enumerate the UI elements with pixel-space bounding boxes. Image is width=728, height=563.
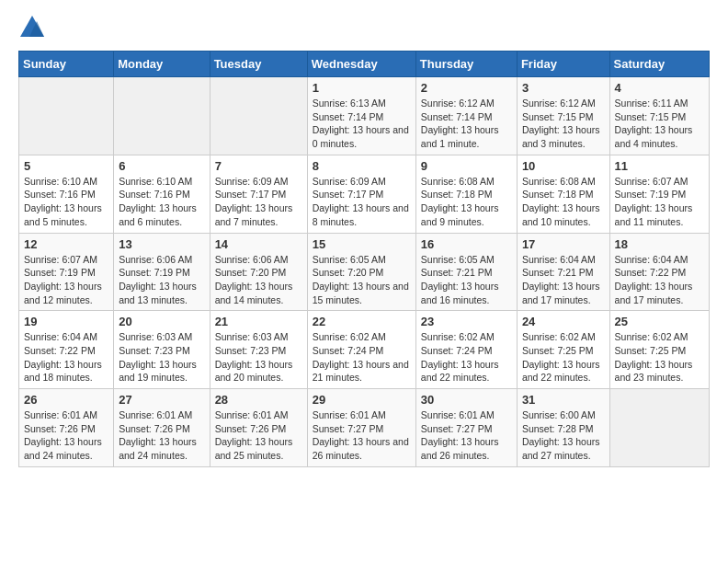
day-number: 16 bbox=[421, 237, 512, 251]
calendar-cell: 19Sunrise: 6:04 AMSunset: 7:22 PMDayligh… bbox=[19, 311, 114, 389]
day-number: 27 bbox=[119, 393, 204, 407]
day-number: 6 bbox=[119, 159, 204, 173]
calendar-week-2: 5Sunrise: 6:10 AMSunset: 7:16 PMDaylight… bbox=[19, 155, 710, 233]
calendar-cell: 17Sunrise: 6:04 AMSunset: 7:21 PMDayligh… bbox=[517, 233, 609, 311]
calendar-cell: 4Sunrise: 6:11 AMSunset: 7:15 PMDaylight… bbox=[609, 77, 709, 155]
day-info: Sunrise: 6:07 AMSunset: 7:19 PMDaylight:… bbox=[24, 253, 108, 307]
day-number: 1 bbox=[313, 81, 411, 95]
day-number: 15 bbox=[313, 237, 411, 251]
day-number: 20 bbox=[119, 315, 204, 328]
day-info: Sunrise: 6:01 AMSunset: 7:26 PMDaylight:… bbox=[215, 408, 302, 463]
calendar-cell: 26Sunrise: 6:01 AMSunset: 7:26 PMDayligh… bbox=[19, 389, 114, 467]
calendar-cell: 9Sunrise: 6:08 AMSunset: 7:18 PMDaylight… bbox=[415, 155, 517, 233]
calendar-cell: 7Sunrise: 6:09 AMSunset: 7:17 PMDaylight… bbox=[210, 155, 307, 233]
calendar-cell bbox=[609, 389, 709, 467]
day-number: 10 bbox=[522, 159, 605, 173]
day-info: Sunrise: 6:00 AMSunset: 7:28 PMDaylight:… bbox=[522, 408, 605, 463]
calendar-cell: 15Sunrise: 6:05 AMSunset: 7:20 PMDayligh… bbox=[307, 233, 415, 311]
calendar-cell: 13Sunrise: 6:06 AMSunset: 7:19 PMDayligh… bbox=[114, 233, 210, 311]
calendar-cell: 25Sunrise: 6:02 AMSunset: 7:25 PMDayligh… bbox=[609, 311, 709, 389]
day-number: 4 bbox=[615, 81, 704, 95]
page-container: SundayMondayTuesdayWednesdayThursdayFrid… bbox=[0, 0, 728, 481]
weekday-header-saturday: Saturday bbox=[609, 52, 709, 77]
calendar-cell bbox=[210, 77, 307, 155]
day-info: Sunrise: 6:11 AMSunset: 7:15 PMDaylight:… bbox=[615, 97, 704, 151]
weekday-header-friday: Friday bbox=[517, 52, 609, 77]
day-info: Sunrise: 6:12 AMSunset: 7:14 PMDaylight:… bbox=[421, 97, 512, 151]
day-info: Sunrise: 6:06 AMSunset: 7:20 PMDaylight:… bbox=[215, 253, 302, 307]
calendar-cell bbox=[114, 77, 210, 155]
day-info: Sunrise: 6:02 AMSunset: 7:25 PMDaylight:… bbox=[522, 330, 605, 385]
calendar-cell: 16Sunrise: 6:05 AMSunset: 7:21 PMDayligh… bbox=[415, 233, 517, 311]
calendar-cell: 24Sunrise: 6:02 AMSunset: 7:25 PMDayligh… bbox=[517, 311, 609, 389]
day-info: Sunrise: 6:05 AMSunset: 7:20 PMDaylight:… bbox=[313, 253, 411, 307]
day-number: 12 bbox=[24, 237, 108, 251]
calendar-week-3: 12Sunrise: 6:07 AMSunset: 7:19 PMDayligh… bbox=[19, 233, 710, 311]
day-info: Sunrise: 6:04 AMSunset: 7:22 PMDaylight:… bbox=[24, 330, 108, 385]
calendar-cell: 27Sunrise: 6:01 AMSunset: 7:26 PMDayligh… bbox=[114, 389, 210, 467]
day-info: Sunrise: 6:01 AMSunset: 7:26 PMDaylight:… bbox=[24, 408, 108, 463]
calendar-cell: 18Sunrise: 6:04 AMSunset: 7:22 PMDayligh… bbox=[609, 233, 709, 311]
calendar-cell: 3Sunrise: 6:12 AMSunset: 7:15 PMDaylight… bbox=[517, 77, 609, 155]
day-number: 21 bbox=[215, 315, 302, 328]
calendar-cell: 11Sunrise: 6:07 AMSunset: 7:19 PMDayligh… bbox=[609, 155, 709, 233]
day-number: 3 bbox=[522, 81, 605, 95]
weekday-header-tuesday: Tuesday bbox=[210, 52, 307, 77]
day-number: 2 bbox=[421, 81, 512, 95]
calendar-cell: 21Sunrise: 6:03 AMSunset: 7:23 PMDayligh… bbox=[210, 311, 307, 389]
calendar-cell: 10Sunrise: 6:08 AMSunset: 7:18 PMDayligh… bbox=[517, 155, 609, 233]
day-info: Sunrise: 6:08 AMSunset: 7:18 PMDaylight:… bbox=[421, 175, 512, 229]
day-info: Sunrise: 6:05 AMSunset: 7:21 PMDaylight:… bbox=[421, 253, 512, 307]
weekday-header-wednesday: Wednesday bbox=[307, 52, 415, 77]
weekday-header-monday: Monday bbox=[114, 52, 210, 77]
day-info: Sunrise: 6:10 AMSunset: 7:16 PMDaylight:… bbox=[24, 175, 108, 229]
calendar-cell: 2Sunrise: 6:12 AMSunset: 7:14 PMDaylight… bbox=[415, 77, 517, 155]
day-info: Sunrise: 6:01 AMSunset: 7:27 PMDaylight:… bbox=[421, 408, 512, 463]
day-info: Sunrise: 6:10 AMSunset: 7:16 PMDaylight:… bbox=[119, 175, 204, 229]
day-info: Sunrise: 6:09 AMSunset: 7:17 PMDaylight:… bbox=[215, 175, 302, 229]
calendar-cell: 30Sunrise: 6:01 AMSunset: 7:27 PMDayligh… bbox=[415, 389, 517, 467]
calendar-cell: 5Sunrise: 6:10 AMSunset: 7:16 PMDaylight… bbox=[19, 155, 114, 233]
calendar-cell: 8Sunrise: 6:09 AMSunset: 7:17 PMDaylight… bbox=[307, 155, 415, 233]
day-number: 11 bbox=[615, 159, 704, 173]
day-number: 9 bbox=[421, 159, 512, 173]
weekday-header-thursday: Thursday bbox=[415, 52, 517, 77]
logo bbox=[18, 14, 50, 41]
calendar-cell: 29Sunrise: 6:01 AMSunset: 7:27 PMDayligh… bbox=[307, 389, 415, 467]
day-info: Sunrise: 6:03 AMSunset: 7:23 PMDaylight:… bbox=[215, 330, 302, 385]
calendar-week-4: 19Sunrise: 6:04 AMSunset: 7:22 PMDayligh… bbox=[19, 311, 710, 389]
day-number: 18 bbox=[615, 237, 704, 251]
day-number: 22 bbox=[313, 315, 411, 328]
weekday-header-sunday: Sunday bbox=[19, 52, 114, 77]
day-info: Sunrise: 6:09 AMSunset: 7:17 PMDaylight:… bbox=[313, 175, 411, 229]
day-number: 24 bbox=[522, 315, 605, 328]
day-info: Sunrise: 6:06 AMSunset: 7:19 PMDaylight:… bbox=[119, 253, 204, 307]
day-number: 23 bbox=[421, 315, 512, 328]
day-number: 31 bbox=[522, 393, 605, 407]
calendar-cell: 31Sunrise: 6:00 AMSunset: 7:28 PMDayligh… bbox=[517, 389, 609, 467]
day-number: 13 bbox=[119, 237, 204, 251]
day-number: 17 bbox=[522, 237, 605, 251]
day-number: 28 bbox=[215, 393, 302, 407]
day-number: 29 bbox=[313, 393, 411, 407]
day-info: Sunrise: 6:07 AMSunset: 7:19 PMDaylight:… bbox=[615, 175, 704, 229]
calendar-cell: 20Sunrise: 6:03 AMSunset: 7:23 PMDayligh… bbox=[114, 311, 210, 389]
day-number: 19 bbox=[24, 315, 108, 328]
calendar-cell: 22Sunrise: 6:02 AMSunset: 7:24 PMDayligh… bbox=[307, 311, 415, 389]
day-info: Sunrise: 6:01 AMSunset: 7:26 PMDaylight:… bbox=[119, 408, 204, 463]
header-row: SundayMondayTuesdayWednesdayThursdayFrid… bbox=[19, 52, 710, 77]
day-number: 25 bbox=[615, 315, 704, 328]
calendar-cell: 1Sunrise: 6:13 AMSunset: 7:14 PMDaylight… bbox=[307, 77, 415, 155]
calendar-cell: 6Sunrise: 6:10 AMSunset: 7:16 PMDaylight… bbox=[114, 155, 210, 233]
calendar-week-1: 1Sunrise: 6:13 AMSunset: 7:14 PMDaylight… bbox=[19, 77, 710, 155]
day-info: Sunrise: 6:04 AMSunset: 7:21 PMDaylight:… bbox=[522, 253, 605, 307]
calendar-cell: 14Sunrise: 6:06 AMSunset: 7:20 PMDayligh… bbox=[210, 233, 307, 311]
day-info: Sunrise: 6:03 AMSunset: 7:23 PMDaylight:… bbox=[119, 330, 204, 385]
logo-icon bbox=[18, 14, 46, 41]
calendar-table: SundayMondayTuesdayWednesdayThursdayFrid… bbox=[18, 51, 710, 467]
calendar-week-5: 26Sunrise: 6:01 AMSunset: 7:26 PMDayligh… bbox=[19, 389, 710, 467]
day-number: 5 bbox=[24, 159, 108, 173]
calendar-cell bbox=[19, 77, 114, 155]
calendar-cell: 12Sunrise: 6:07 AMSunset: 7:19 PMDayligh… bbox=[19, 233, 114, 311]
day-info: Sunrise: 6:02 AMSunset: 7:24 PMDaylight:… bbox=[313, 330, 411, 385]
